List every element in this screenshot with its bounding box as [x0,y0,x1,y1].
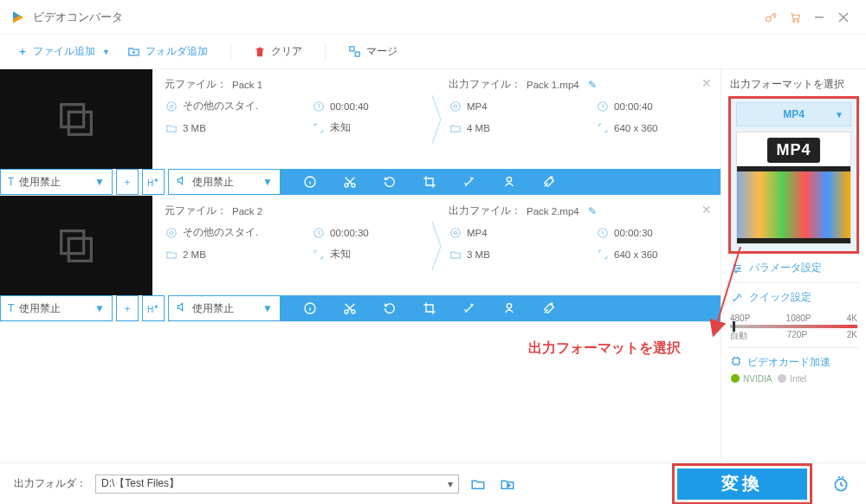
intel-badge: Intel [777,373,806,384]
minimize-button[interactable] [807,5,831,29]
parameter-settings-button[interactable]: パラメータ設定 [728,254,859,282]
audio-select[interactable]: 使用禁止 ▼ [168,169,281,195]
subtitle-value: 使用禁止 [19,301,61,316]
dim-icon [596,121,609,134]
dim-icon [312,248,325,261]
size-icon [449,248,462,261]
out-format: MP4 [467,228,488,238]
remove-item-button[interactable]: ✕ [701,76,712,90]
edit-name-button[interactable]: ✎ [588,79,597,91]
arrow-icon [427,69,446,169]
file-list: 元ファイル：Pack 1 その他のスタイ. 00:00:40 3 MB 未知 出… [0,69,721,462]
info-tool-button[interactable] [301,300,319,317]
enhance-tool-button[interactable] [540,173,558,191]
wand-icon [730,291,744,305]
format-icon [449,100,462,113]
thumbnail[interactable] [0,69,152,169]
out-size: 3 MB [467,249,490,260]
cart-icon[interactable] [783,5,807,29]
cut-tool-button[interactable] [341,300,359,317]
audio-select[interactable]: 使用禁止 ▼ [168,295,281,321]
output-folder-label: 出力フォルダ： [14,476,87,491]
edit-name-button[interactable]: ✎ [588,205,597,217]
rotate-tool-button[interactable] [381,300,398,317]
app-title: ビデオコンバータ [33,10,123,25]
rotate-tool-button[interactable] [381,173,398,191]
file-item: 元ファイル：Pack 1 その他のスタイ. 00:00:40 3 MB 未知 出… [0,69,721,196]
gpu-vendors: NVIDIA Intel [728,373,859,384]
q-2k: 2K [847,330,857,342]
clear-button[interactable]: クリア [254,44,302,59]
quality-slider[interactable]: 480P 1080P 4K 自動 720P 2K [728,312,859,342]
filmstrip-icon [737,166,850,243]
gpu-accel-row[interactable]: ビデオカード加速 [728,347,859,373]
svg-rect-6 [350,47,354,51]
subtitle-settings-button[interactable]: H✦ [142,295,165,321]
svg-rect-7 [355,52,359,56]
remove-item-button[interactable]: ✕ [701,203,712,216]
trash-icon [254,46,266,58]
svg-rect-35 [734,359,740,365]
add-folder-button[interactable]: フォルダ追加 [127,44,208,59]
open-folder-button[interactable] [468,474,488,494]
schedule-button[interactable] [830,473,852,495]
chevron-down-icon: ▼ [262,302,273,314]
size-icon [449,121,462,134]
info-tool-button[interactable] [301,173,319,191]
merge-button[interactable]: マージ [348,44,397,59]
subtitle-settings-button[interactable]: H✦ [142,169,165,195]
separator [325,43,326,61]
audio-value: 使用禁止 [192,175,234,190]
crop-tool-button[interactable] [421,173,438,191]
out-dim: 640 x 360 [614,249,658,260]
add-subtitle-button[interactable]: ＋ [116,169,139,195]
key-icon[interactable] [759,5,783,29]
svg-point-37 [778,374,786,383]
src-size: 3 MB [183,123,206,133]
svg-point-26 [454,231,457,235]
titlebar: ビデオコンバータ [0,0,866,35]
audio-value: 使用禁止 [192,301,234,316]
clear-label: クリア [271,44,302,59]
svg-point-34 [735,270,737,272]
convert-button[interactable]: 変換 [677,468,807,500]
param-label: パラメータ設定 [749,261,822,275]
svg-rect-8 [61,104,84,126]
show-output-button[interactable] [497,474,518,494]
cut-tool-button[interactable] [341,173,359,191]
subtitle-select[interactable]: T 使用禁止 ▼ [0,169,113,195]
enhance-tool-button[interactable] [540,300,558,317]
svg-point-36 [731,374,740,383]
format-select[interactable]: MP4 ▼ [736,102,851,126]
add-subtitle-button[interactable]: ＋ [116,295,139,321]
watermark-tool-button[interactable] [501,300,518,317]
effect-tool-button[interactable] [461,300,478,317]
svg-point-13 [450,101,460,111]
out-size: 4 MB [467,123,490,133]
stack-icon [54,97,99,142]
src-dim: 未知 [330,121,351,134]
crop-tool-button[interactable] [421,300,438,317]
effect-tool-button[interactable] [461,173,478,191]
chevron-down-icon: ▼ [94,302,105,314]
speaker-icon [176,175,187,189]
svg-point-31 [507,304,511,308]
svg-point-25 [450,228,460,237]
merge-icon [348,45,361,58]
add-file-button[interactable]: ＋ ファイル追加 ▼ [17,44,110,59]
src-dim: 未知 [330,248,351,261]
folder-plus-icon [127,45,140,58]
subtitle-icon: T [8,302,14,314]
out-file-label: 出力ファイル： [449,78,521,91]
chip-icon [730,355,742,370]
watermark-tool-button[interactable] [501,173,518,191]
output-folder-select[interactable]: D:\【Test Files】 ▾ [95,475,459,494]
svg-point-11 [170,105,173,108]
chevron-down-icon: ▼ [102,48,110,56]
sidebar: 出力フォーマットを選択 MP4 ▼ MP4 パラメータ設定 クイック設定 480… [721,69,866,462]
dim-icon [312,121,325,134]
close-button[interactable] [831,5,856,29]
thumbnail[interactable] [0,196,152,295]
quick-settings-button[interactable]: クイック設定 [728,282,859,312]
subtitle-select[interactable]: T 使用禁止 ▼ [0,295,113,321]
